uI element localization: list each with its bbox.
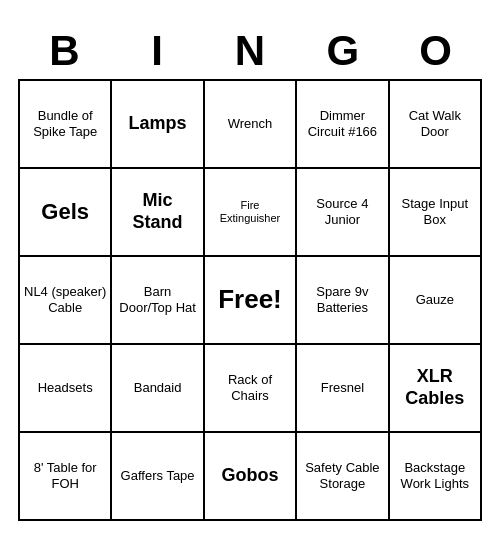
bingo-cell-17[interactable]: Rack of Chairs [205, 345, 297, 433]
bingo-cell-15[interactable]: Headsets [20, 345, 112, 433]
bingo-cell-2[interactable]: Wrench [205, 81, 297, 169]
bingo-cell-20[interactable]: 8' Table for FOH [20, 433, 112, 521]
bingo-cell-19[interactable]: XLR Cables [390, 345, 482, 433]
bingo-cell-3[interactable]: Dimmer Circuit #166 [297, 81, 389, 169]
bingo-cell-1[interactable]: Lamps [112, 81, 204, 169]
header-n: N [204, 23, 297, 79]
bingo-header: B I N G O [18, 23, 482, 79]
bingo-card: B I N G O Bundle of Spike TapeLampsWrenc… [10, 15, 490, 529]
bingo-cell-24[interactable]: Backstage Work Lights [390, 433, 482, 521]
header-g: G [296, 23, 389, 79]
header-o: O [389, 23, 482, 79]
bingo-cell-23[interactable]: Safety Cable Storage [297, 433, 389, 521]
bingo-cell-18[interactable]: Fresnel [297, 345, 389, 433]
bingo-cell-8[interactable]: Source 4 Junior [297, 169, 389, 257]
bingo-cell-21[interactable]: Gaffers Tape [112, 433, 204, 521]
bingo-grid: Bundle of Spike TapeLampsWrenchDimmer Ci… [18, 79, 482, 521]
header-b: B [18, 23, 111, 79]
bingo-cell-22[interactable]: Gobos [205, 433, 297, 521]
bingo-cell-13[interactable]: Spare 9v Batteries [297, 257, 389, 345]
header-i: I [111, 23, 204, 79]
bingo-cell-5[interactable]: Gels [20, 169, 112, 257]
bingo-cell-4[interactable]: Cat Walk Door [390, 81, 482, 169]
bingo-cell-6[interactable]: Mic Stand [112, 169, 204, 257]
bingo-cell-14[interactable]: Gauze [390, 257, 482, 345]
bingo-cell-10[interactable]: NL4 (speaker) Cable [20, 257, 112, 345]
bingo-cell-0[interactable]: Bundle of Spike Tape [20, 81, 112, 169]
bingo-cell-16[interactable]: Bandaid [112, 345, 204, 433]
bingo-cell-9[interactable]: Stage Input Box [390, 169, 482, 257]
bingo-cell-11[interactable]: Barn Door/Top Hat [112, 257, 204, 345]
bingo-cell-12[interactable]: Free! [205, 257, 297, 345]
bingo-cell-7[interactable]: Fire Extinguisher [205, 169, 297, 257]
